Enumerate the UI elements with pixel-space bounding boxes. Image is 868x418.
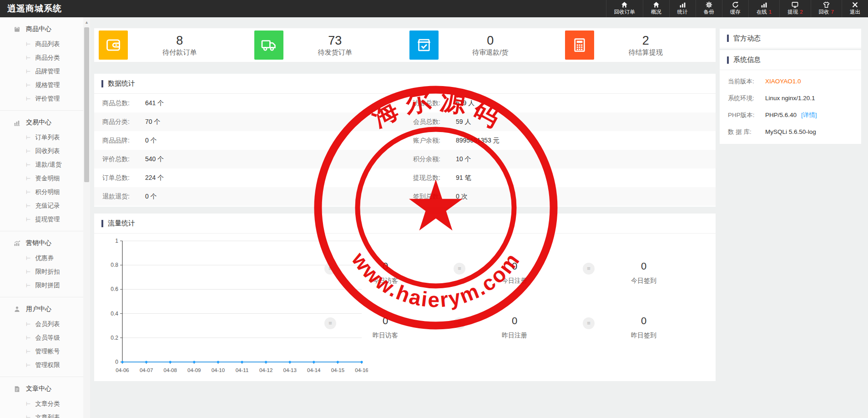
branch-icon: ⊢ bbox=[26, 414, 30, 418]
stat-label: 今日注册 bbox=[502, 277, 527, 285]
table-row: 退款退货:0 个 签到总数:0 次 bbox=[94, 187, 716, 206]
sidebar-item-withdraw-manage[interactable]: ⊢提现管理 bbox=[0, 213, 83, 226]
stat-label: 提现总数: bbox=[413, 174, 456, 182]
stat-value: 0 bbox=[383, 260, 388, 272]
scrollbar-thumb[interactable] bbox=[84, 27, 89, 182]
stat-value: 10 个 bbox=[456, 155, 471, 163]
sysinfo-label: 数 据 库: bbox=[728, 128, 765, 136]
data-stats-title: 数据统计 bbox=[94, 74, 716, 94]
section-label: 营销中心 bbox=[26, 239, 51, 247]
sidebar-head-goods[interactable]: 商品中心 bbox=[0, 21, 83, 37]
sidebar-item-coupon[interactable]: ⊢优惠券 bbox=[0, 251, 83, 265]
item-label: 提现管理 bbox=[35, 215, 60, 224]
sidebar-item-member-list[interactable]: ⊢会员列表 bbox=[0, 317, 83, 331]
sidebar-item-group-buy[interactable]: ⊢限时拼团 bbox=[0, 279, 83, 292]
item-label: 限时拼团 bbox=[35, 281, 60, 290]
sidebar-item-article-category[interactable]: ⊢文章分类 bbox=[0, 397, 83, 411]
sidebar-section-goods: 商品中心 ⊢商品列表 ⊢商品分类 ⊢品牌管理 ⊢规格管理 ⊢评价管理 bbox=[0, 17, 83, 111]
sidebar-head-articles[interactable]: 文章中心 bbox=[0, 381, 83, 397]
truck-icon bbox=[254, 31, 283, 60]
sidebar-item-fund-detail[interactable]: ⊢资金明细 bbox=[0, 172, 83, 185]
table-row: 商品品牌:0 个 账户余额:8995651353 元 bbox=[94, 131, 716, 150]
stat-value: 8995651353 元 bbox=[456, 137, 500, 145]
nav-online[interactable]: 在线1 bbox=[748, 0, 779, 17]
card-pending-refund[interactable]: 0 待审退款/货 bbox=[405, 28, 560, 62]
card-pending-shipment[interactable]: 73 待发货订单 bbox=[250, 28, 405, 62]
sidebar-head-marketing[interactable]: 营销中心 bbox=[0, 235, 83, 251]
svg-text:04-09: 04-09 bbox=[187, 367, 201, 373]
topbar: 逍遥商城系统 回收订单 概况 统计 备份 缓存 在线1 提现2 bbox=[0, 0, 868, 17]
stat-label: 签到总数: bbox=[413, 193, 456, 201]
sysinfo-label: 当前版本: bbox=[728, 77, 765, 86]
stat-value: 91 笔 bbox=[456, 174, 471, 182]
branch-icon: ⊢ bbox=[26, 82, 30, 88]
bar-chart-icon bbox=[679, 1, 686, 8]
nav-badge: 1 bbox=[769, 9, 772, 15]
item-label: 品牌管理 bbox=[35, 67, 60, 76]
sidebar-item-goods-list[interactable]: ⊢商品列表 bbox=[0, 37, 83, 51]
sysinfo-label: PHP版本: bbox=[728, 111, 765, 119]
stat-today-registered: ≡ 0 今日注册 bbox=[450, 245, 579, 300]
nav-overview[interactable]: 概况 bbox=[643, 0, 669, 17]
system-info-panel: 系统信息 当前版本: XIAOYAO1.0 系统环境: Linux nginx/… bbox=[720, 50, 861, 144]
item-label: 回收列表 bbox=[35, 147, 60, 155]
branch-icon: ⊢ bbox=[26, 162, 30, 168]
svg-text:04-06: 04-06 bbox=[116, 367, 129, 373]
svg-text:04-08: 04-08 bbox=[163, 367, 177, 373]
sidebar-item-article-list[interactable]: ⊢文章列表 bbox=[0, 411, 83, 418]
sidebar-item-review-manage[interactable]: ⊢评价管理 bbox=[0, 92, 83, 106]
svg-text:1: 1 bbox=[115, 238, 118, 244]
item-label: 管理帐号 bbox=[35, 347, 60, 356]
scrollbar-up-arrow[interactable]: ▲ bbox=[83, 20, 90, 25]
sidebar-item-points-detail[interactable]: ⊢积分明细 bbox=[0, 185, 83, 199]
system-info-title: 系统信息 bbox=[720, 50, 861, 70]
nav-recycle-orders[interactable]: 回收订单 bbox=[606, 0, 643, 17]
item-label: 充值记录 bbox=[35, 202, 60, 210]
branch-icon: ⊢ bbox=[26, 321, 30, 327]
sidebar-item-recharge-record[interactable]: ⊢充值记录 bbox=[0, 199, 83, 213]
title-accent-bar bbox=[101, 80, 103, 87]
branch-icon: ⊢ bbox=[26, 401, 30, 407]
stat-label: 商品总数: bbox=[102, 99, 145, 107]
stat-value: 0 个 bbox=[145, 137, 157, 145]
sidebar-item-flash-discount[interactable]: ⊢限时折扣 bbox=[0, 265, 83, 279]
sidebar-item-recycle-list[interactable]: ⊢回收列表 bbox=[0, 144, 83, 158]
sidebar: 商品中心 ⊢商品列表 ⊢商品分类 ⊢品牌管理 ⊢规格管理 ⊢评价管理 交易中心 … bbox=[0, 17, 83, 418]
card-pending-settlement[interactable]: 2 待结算提现 bbox=[560, 28, 716, 62]
bag-icon bbox=[14, 26, 20, 33]
official-news-title: 官方动态 bbox=[720, 29, 861, 48]
nav-statistics[interactable]: 统计 bbox=[669, 0, 696, 17]
branch-icon: ⊢ bbox=[26, 148, 30, 154]
stat-today-visitors: ≡ 0 今日访客 bbox=[321, 245, 450, 300]
sysinfo-label: 系统环境: bbox=[728, 94, 765, 102]
user-icon bbox=[14, 306, 20, 313]
nav-cache[interactable]: 缓存 bbox=[722, 0, 748, 17]
sidebar-item-member-level[interactable]: ⊢会员等级 bbox=[0, 331, 83, 345]
svg-text:0: 0 bbox=[115, 359, 118, 365]
sidebar-item-order-list[interactable]: ⊢订单列表 bbox=[0, 131, 83, 144]
nav-withdraw[interactable]: 提现2 bbox=[779, 0, 810, 17]
nav-recycle[interactable]: 回收7 bbox=[811, 0, 842, 17]
sidebar-item-spec-manage[interactable]: ⊢规格管理 bbox=[0, 78, 83, 92]
sidebar-item-admin-account[interactable]: ⊢管理帐号 bbox=[0, 345, 83, 358]
sidebar-item-refund-return[interactable]: ⊢退款/退货 bbox=[0, 158, 83, 172]
nav-backup[interactable]: 备份 bbox=[696, 0, 722, 17]
sidebar-head-users[interactable]: 用户中心 bbox=[0, 301, 83, 317]
title-accent-bar bbox=[101, 220, 103, 227]
wallet-icon bbox=[99, 31, 128, 60]
sidebar-item-brand-manage[interactable]: ⊢品牌管理 bbox=[0, 65, 83, 78]
version-link[interactable]: XIAOYAO1.0 bbox=[765, 78, 801, 85]
sidebar-item-goods-category[interactable]: ⊢商品分类 bbox=[0, 51, 83, 65]
php-detail-link[interactable]: [详情] bbox=[801, 111, 817, 119]
sidebar-item-admin-permission[interactable]: ⊢管理权限 bbox=[0, 358, 83, 372]
sidebar-head-trade[interactable]: 交易中心 bbox=[0, 114, 83, 131]
card-value: 73 bbox=[283, 34, 387, 47]
panel-title-text: 系统信息 bbox=[733, 56, 761, 64]
card-pending-payment[interactable]: 8 待付款订单 bbox=[94, 28, 250, 62]
svg-text:04-14: 04-14 bbox=[307, 367, 321, 373]
close-icon bbox=[851, 1, 859, 8]
stat-value: 70 个 bbox=[145, 118, 160, 126]
sidebar-section-marketing: 营销中心 ⊢优惠券 ⊢限时折扣 ⊢限时拼团 bbox=[0, 231, 83, 297]
chart-bars-icon bbox=[14, 119, 20, 126]
nav-logout[interactable]: 退出 bbox=[842, 0, 868, 17]
